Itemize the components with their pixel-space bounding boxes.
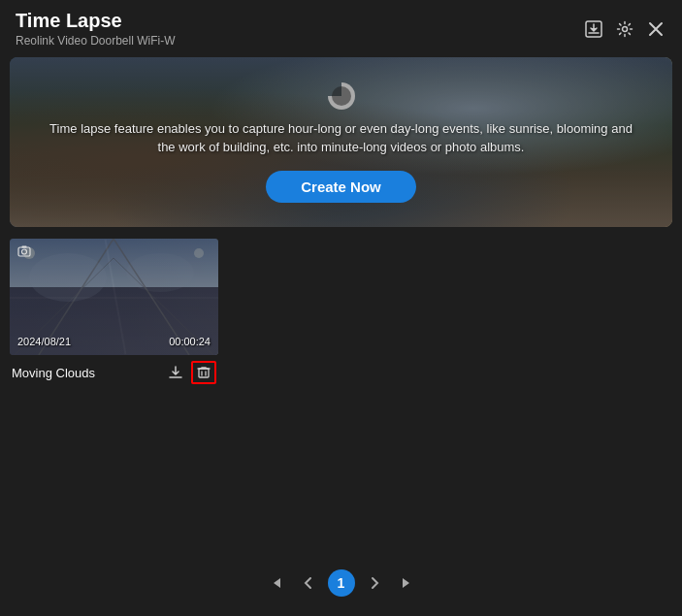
camera-icon — [17, 244, 31, 261]
video-grid: 2024/08/21 00:00:24 Moving Clouds — [0, 239, 682, 384]
header-left: Time Lapse Reolink Video Doorbell WiFi-W — [16, 10, 176, 48]
svg-rect-14 — [22, 246, 27, 248]
svg-point-13 — [22, 249, 27, 254]
svg-point-8 — [29, 253, 107, 302]
delete-video-button[interactable] — [195, 364, 212, 381]
download-video-button[interactable] — [166, 363, 185, 382]
video-actions — [166, 361, 216, 384]
hero-spinner-icon — [328, 82, 355, 110]
header: Time Lapse Reolink Video Doorbell WiFi-W — [0, 0, 682, 51]
list-item: 2024/08/21 00:00:24 Moving Clouds — [10, 239, 218, 384]
next-page-button[interactable] — [361, 569, 388, 597]
hero-banner: Time lapse feature enables you to captur… — [10, 57, 672, 227]
hero-description: Time lapse feature enables you to captur… — [49, 119, 633, 157]
prev-page-button[interactable] — [295, 569, 322, 597]
settings-icon-button[interactable] — [614, 18, 635, 40]
video-title: Moving Clouds — [12, 366, 95, 380]
download-icon-button[interactable] — [583, 18, 604, 40]
close-icon-button[interactable] — [645, 18, 666, 40]
video-thumbnail[interactable]: 2024/08/21 00:00:24 — [10, 239, 218, 355]
header-icons — [583, 18, 666, 40]
last-page-button[interactable] — [394, 569, 421, 597]
svg-point-9 — [126, 253, 194, 292]
svg-rect-12 — [18, 247, 30, 256]
video-meta: Moving Clouds — [10, 361, 218, 384]
svg-rect-15 — [199, 369, 209, 377]
page-number-1[interactable]: 1 — [328, 569, 355, 597]
delete-button-wrapper — [191, 361, 216, 384]
video-duration: 00:00:24 — [169, 336, 211, 347]
video-date: 2024/08/21 — [17, 336, 71, 347]
svg-point-11 — [194, 248, 204, 258]
app-title: Time Lapse — [16, 10, 176, 32]
device-name: Reolink Video Doorbell WiFi-W — [16, 34, 176, 48]
svg-point-1 — [623, 26, 628, 31]
hero-content: Time lapse feature enables you to captur… — [10, 57, 672, 227]
create-now-button[interactable]: Create Now — [266, 171, 416, 203]
pagination: 1 — [0, 569, 682, 597]
first-page-button[interactable] — [262, 569, 289, 597]
